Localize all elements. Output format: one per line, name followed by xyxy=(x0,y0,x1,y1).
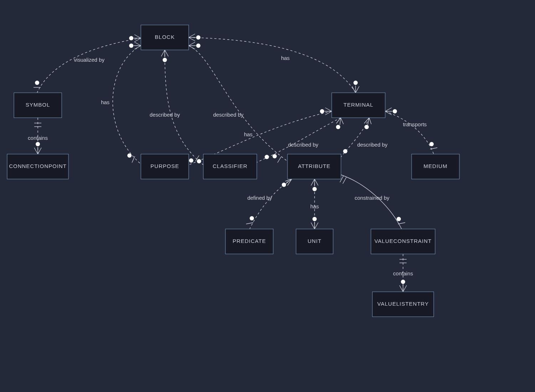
edge-block-terminal xyxy=(189,37,356,93)
svg-text:UNIT: UNIT xyxy=(308,238,322,244)
svg-point-20 xyxy=(265,155,269,159)
svg-point-28 xyxy=(250,216,254,220)
svg-point-19 xyxy=(336,125,340,129)
svg-point-18 xyxy=(197,159,201,163)
svg-point-16 xyxy=(353,81,358,85)
svg-point-6 xyxy=(129,44,133,48)
node-connectionpoint[interactable]: CONNECTIONPOINT xyxy=(7,154,68,179)
svg-text:TERMINAL: TERMINAL xyxy=(343,102,373,108)
edge-label-constrained-by: constrained by xyxy=(355,195,389,201)
svg-point-34 xyxy=(397,217,401,221)
svg-text:PURPOSE: PURPOSE xyxy=(151,163,179,169)
er-diagram: visualized by contains has described by … xyxy=(0,0,535,392)
svg-point-12 xyxy=(196,44,200,48)
svg-line-7 xyxy=(132,156,135,163)
edge-attribute-predicate xyxy=(250,179,292,229)
svg-text:MEDIUM: MEDIUM xyxy=(424,163,448,169)
node-medium[interactable]: MEDIUM xyxy=(412,154,459,179)
edge-label-terminal-attribute: described by xyxy=(357,142,388,148)
svg-point-37 xyxy=(401,280,405,284)
node-valueconstraint[interactable]: VALUECONSTRAINT xyxy=(371,229,435,254)
edge-label-terminal-purpose: has xyxy=(244,131,253,137)
svg-text:CONNECTIONPOINT: CONNECTIONPOINT xyxy=(9,163,67,169)
node-purpose[interactable]: PURPOSE xyxy=(141,154,189,179)
edge-label-terminal-classifier: described by xyxy=(288,142,319,148)
svg-point-25 xyxy=(429,142,434,146)
svg-line-32 xyxy=(343,177,346,184)
svg-text:BLOCK: BLOCK xyxy=(155,34,175,40)
svg-point-15 xyxy=(196,35,200,40)
edge-label-block-attribute: described by xyxy=(213,112,244,118)
node-attribute[interactable]: ATTRIBUTE xyxy=(287,154,341,179)
edge-label-symbol-contains: contains xyxy=(28,135,48,141)
node-predicate[interactable]: PREDICATE xyxy=(225,229,273,254)
edge-label-terminal-medium: transports xyxy=(403,121,427,127)
edge-label-block-classifier: described by xyxy=(149,112,180,118)
svg-text:ATTRIBUTE: ATTRIBUTE xyxy=(298,163,330,169)
svg-point-21 xyxy=(365,125,369,129)
edge-label-attribute-unit: has xyxy=(310,203,319,209)
edge-attribute-valueconstraint xyxy=(341,175,402,229)
edge-label-block-terminal: has xyxy=(281,55,290,61)
svg-point-0 xyxy=(129,36,133,40)
svg-text:PREDICATE: PREDICATE xyxy=(233,238,266,244)
svg-point-30 xyxy=(312,217,317,221)
svg-point-22 xyxy=(343,149,347,153)
edge-label-defined-by: defined by xyxy=(247,195,272,201)
svg-point-11 xyxy=(189,158,193,163)
node-symbol[interactable]: SYMBOL xyxy=(14,93,62,118)
edge-label-vc-contains: contains xyxy=(393,270,413,276)
edge-terminal-medium xyxy=(385,111,434,154)
svg-line-13 xyxy=(277,157,281,163)
svg-point-2 xyxy=(35,81,39,85)
svg-text:CLASSIFIER: CLASSIFIER xyxy=(213,163,248,169)
svg-text:SYMBOL: SYMBOL xyxy=(26,102,50,108)
svg-point-9 xyxy=(163,58,167,62)
edge-block-classifier xyxy=(165,50,203,165)
svg-point-23 xyxy=(393,109,397,113)
edge-block-symbol xyxy=(37,38,141,93)
node-valuelistentry[interactable]: VALUELISTENTRY xyxy=(372,292,434,317)
node-unit[interactable]: UNIT xyxy=(296,229,333,254)
svg-point-17 xyxy=(320,109,324,113)
svg-point-14 xyxy=(272,154,277,158)
svg-point-26 xyxy=(282,183,286,187)
svg-point-5 xyxy=(36,142,40,146)
svg-text:VALUELISTENTRY: VALUELISTENTRY xyxy=(377,301,429,307)
svg-line-33 xyxy=(398,223,405,224)
svg-point-8 xyxy=(127,153,132,158)
edge-block-purpose xyxy=(113,46,141,164)
node-terminal[interactable]: TERMINAL xyxy=(332,93,385,118)
svg-point-29 xyxy=(312,187,317,191)
edge-label-block-has-purpose: has xyxy=(101,99,109,105)
node-block[interactable]: BLOCK xyxy=(141,25,189,50)
node-classifier[interactable]: CLASSIFIER xyxy=(203,154,257,179)
svg-text:VALUECONSTRAINT: VALUECONSTRAINT xyxy=(374,238,432,244)
edge-label-visualized-by: visualized by xyxy=(74,57,105,63)
